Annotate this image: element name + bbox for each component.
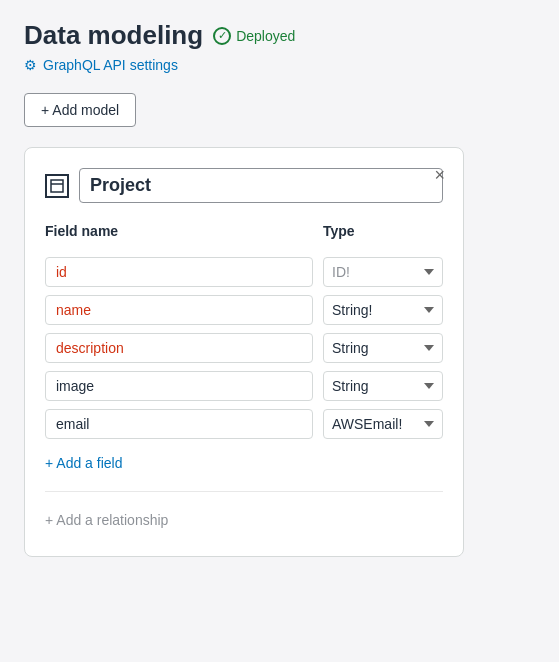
title-row: Data modeling ✓ Deployed bbox=[24, 20, 535, 51]
add-model-label: + Add model bbox=[41, 102, 119, 118]
field-name-input-email[interactable] bbox=[45, 409, 313, 439]
type-select-name[interactable]: String! ID! String Int Float Boolean AWS… bbox=[323, 295, 443, 325]
add-field-label: + Add a field bbox=[45, 455, 122, 471]
fields-header: Field name Type bbox=[45, 223, 443, 247]
field-name-input-description[interactable] bbox=[45, 333, 313, 363]
model-icon bbox=[45, 174, 69, 198]
deployed-label: Deployed bbox=[236, 28, 295, 44]
deployed-check-icon: ✓ bbox=[213, 27, 231, 45]
field-name-input-image[interactable] bbox=[45, 371, 313, 401]
field-row: String ID! String! Int Float Boolean AWS… bbox=[45, 371, 443, 401]
add-relationship-button[interactable]: + Add a relationship bbox=[45, 504, 168, 536]
model-card-header: × bbox=[45, 168, 443, 203]
gear-icon: ⚙ bbox=[24, 57, 37, 73]
graphql-link-label: GraphQL API settings bbox=[43, 57, 178, 73]
field-row: String ID! String! Int Float Boolean AWS… bbox=[45, 333, 443, 363]
field-row: ID! String String! Int Float Boolean AWS… bbox=[45, 257, 443, 287]
close-button[interactable]: × bbox=[434, 166, 445, 184]
type-select-image[interactable]: String ID! String! Int Float Boolean AWS… bbox=[323, 371, 443, 401]
add-model-button[interactable]: + Add model bbox=[24, 93, 136, 127]
field-name-input-id[interactable] bbox=[45, 257, 313, 287]
model-name-input[interactable] bbox=[79, 168, 443, 203]
type-select-description[interactable]: String ID! String! Int Float Boolean AWS… bbox=[323, 333, 443, 363]
divider bbox=[45, 491, 443, 492]
field-row: String! ID! String Int Float Boolean AWS… bbox=[45, 295, 443, 325]
field-name-input-name[interactable] bbox=[45, 295, 313, 325]
type-column-header: Type bbox=[323, 223, 443, 239]
svg-rect-0 bbox=[51, 180, 63, 192]
fields-table: Field name Type ID! String String! Int F… bbox=[45, 223, 443, 439]
graphql-api-settings-link[interactable]: ⚙ GraphQL API settings bbox=[24, 57, 535, 73]
type-select-id[interactable]: ID! String String! Int Float Boolean AWS… bbox=[323, 257, 443, 287]
model-card: × Field name Type ID! String String! Int… bbox=[24, 147, 464, 557]
page-header: Data modeling ✓ Deployed ⚙ GraphQL API s… bbox=[24, 20, 535, 73]
toolbar: + Add model bbox=[24, 93, 535, 127]
field-name-column-header: Field name bbox=[45, 223, 313, 239]
field-row: AWSEmail! ID! String String! Int Float B… bbox=[45, 409, 443, 439]
page-title: Data modeling bbox=[24, 20, 203, 51]
add-field-button[interactable]: + Add a field bbox=[45, 447, 122, 479]
deployed-badge: ✓ Deployed bbox=[213, 27, 295, 45]
add-relationship-label: + Add a relationship bbox=[45, 512, 168, 528]
type-select-email[interactable]: AWSEmail! ID! String String! Int Float B… bbox=[323, 409, 443, 439]
